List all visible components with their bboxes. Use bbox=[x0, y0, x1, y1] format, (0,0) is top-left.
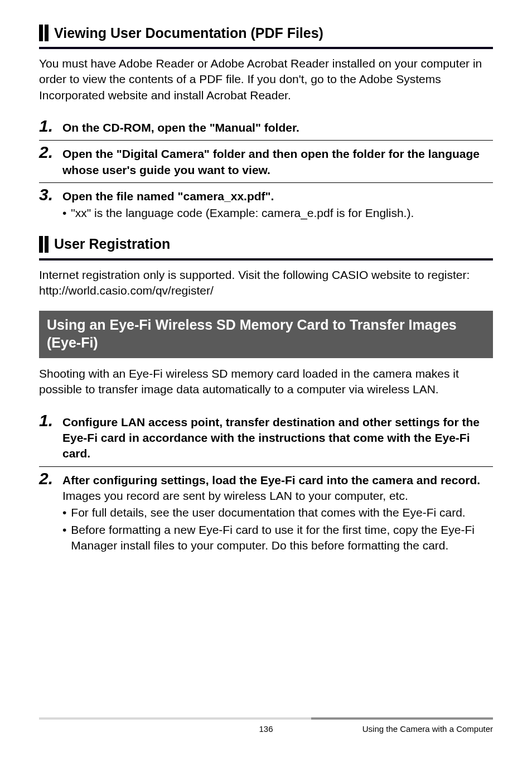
user-registration-text: Internet registration only is supported.… bbox=[39, 267, 493, 299]
eyefi-intro: Shooting with an Eye-Fi wireless SD memo… bbox=[39, 366, 493, 398]
viewing-intro: You must have Adobe Reader or Adobe Acro… bbox=[39, 56, 493, 103]
heading-underline bbox=[39, 258, 493, 261]
step: 3 Open the file named "camera_xx.pdf". •… bbox=[39, 183, 493, 226]
step: 1 Configure LAN access point, transfer d… bbox=[39, 409, 493, 466]
heading-viewing: Viewing User Documentation (PDF Files) bbox=[39, 25, 493, 41]
step-number: 1 bbox=[39, 412, 57, 429]
bullet-icon: • bbox=[62, 205, 66, 221]
step-number: 2 bbox=[39, 144, 57, 161]
bullet-text: Before formatting a new Eye-Fi card to u… bbox=[71, 522, 493, 554]
step-title: Open the file named "camera_xx.pdf". bbox=[62, 189, 493, 204]
step-number: 3 bbox=[39, 186, 57, 203]
step-title: Configure LAN access point, transfer des… bbox=[62, 414, 493, 462]
step-title: After configuring settings, load the Eye… bbox=[62, 472, 493, 488]
step: 2 Open the "Digital Camera" folder and t… bbox=[39, 141, 493, 182]
heading-eyefi: Using an Eye-Fi Wireless SD Memory Card … bbox=[39, 311, 493, 358]
heading-user-registration: User Registration bbox=[39, 236, 493, 253]
bullet-text: For full details, see the user documenta… bbox=[71, 505, 465, 520]
heading-user-registration-text: User Registration bbox=[54, 236, 170, 252]
heading-bars-icon bbox=[39, 25, 49, 41]
heading-underline bbox=[39, 47, 493, 49]
step-bullet: • Before formatting a new Eye-Fi card to… bbox=[62, 522, 493, 554]
step-bullet: • "xx" is the language code (Example: ca… bbox=[62, 205, 493, 221]
step-title: On the CD-ROM, open the "Manual" folder. bbox=[62, 120, 493, 136]
user-registration-line1: Internet registration only is supported.… bbox=[39, 268, 470, 281]
step-bullet: • For full details, see the user documen… bbox=[62, 505, 493, 520]
step: 1 On the CD-ROM, open the "Manual" folde… bbox=[39, 114, 493, 140]
bullet-icon: • bbox=[62, 505, 66, 520]
step-number: 2 bbox=[39, 470, 57, 487]
step-note: Images you record are sent by wireless L… bbox=[62, 488, 493, 504]
bullet-text: "xx" is the language code (Example: came… bbox=[71, 205, 414, 221]
footer-rule bbox=[39, 717, 493, 720]
eyefi-steps: 1 Configure LAN access point, transfer d… bbox=[39, 409, 493, 558]
viewing-steps: 1 On the CD-ROM, open the "Manual" folde… bbox=[39, 114, 493, 226]
bullet-icon: • bbox=[62, 522, 66, 554]
page-number: 136 bbox=[259, 724, 273, 734]
page: Viewing User Documentation (PDF Files) Y… bbox=[0, 0, 532, 757]
footer-section-title: Using the Camera with a Computer bbox=[362, 724, 493, 734]
step-number: 1 bbox=[39, 118, 57, 134]
user-registration-url: http://world.casio.com/qv/register/ bbox=[39, 284, 214, 297]
footer: 136 Using the Camera with a Computer bbox=[39, 717, 493, 734]
heading-viewing-text: Viewing User Documentation (PDF Files) bbox=[54, 25, 323, 41]
step-title: Open the "Digital Camera" folder and the… bbox=[62, 146, 493, 178]
heading-bars-icon bbox=[39, 236, 49, 253]
step: 2 After configuring settings, load the E… bbox=[39, 467, 493, 558]
heading-eyefi-text: Using an Eye-Fi Wireless SD Memory Card … bbox=[47, 316, 485, 351]
